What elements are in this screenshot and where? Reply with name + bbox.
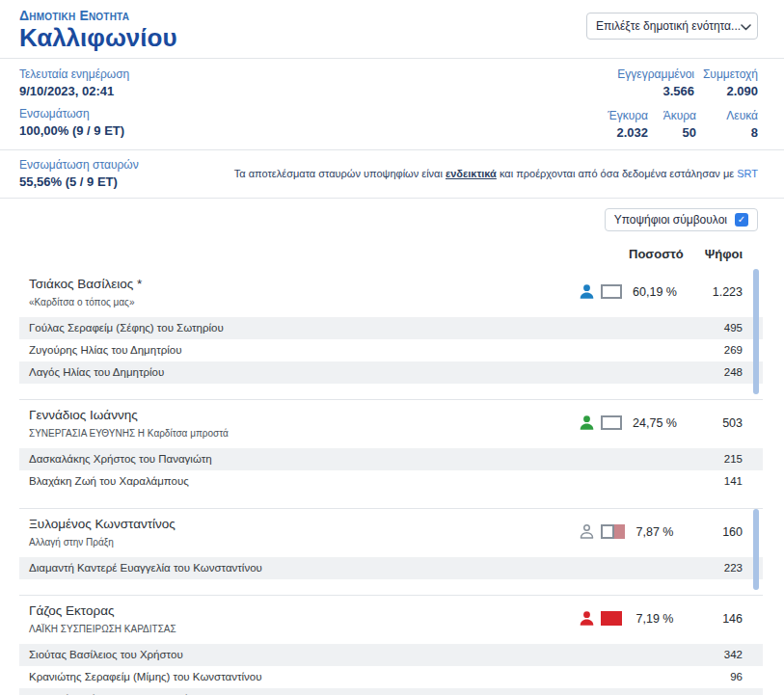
note-text: και προέρχονται από όσα δεδομένα εστάλησ… bbox=[497, 168, 737, 179]
councilors-toggle-button[interactable]: Υποψήφιοι σύμβουλοι ✓ bbox=[605, 208, 758, 231]
candidate-row[interactable]: Τσιάκος Βασίλειος *«Καρδίτσα ο τόπος μας… bbox=[19, 269, 763, 317]
councilor-row[interactable]: Λαγός Ηλίας του Δημητρίου248 bbox=[19, 361, 763, 384]
note-text: Τα αποτελέσματα σταυρών υποψηφίων είναι bbox=[234, 168, 446, 179]
councilor-row[interactable]: Διαμαντή Καντερέ Ευαγγελία του Κωνσταντί… bbox=[19, 557, 763, 579]
councilor-row[interactable]: Γρηγορίου Λάμπρος του Αποστόλου29 bbox=[19, 688, 763, 695]
candidate-icons bbox=[579, 523, 629, 540]
stat-registered: Εγγεγραμμένοι 3.566 bbox=[617, 67, 694, 98]
scrollbar[interactable] bbox=[753, 269, 759, 394]
disclaimer-note: Τα αποτελέσματα σταυρών υποψηφίων είναι … bbox=[234, 168, 758, 179]
stat-value: 8 bbox=[751, 125, 758, 140]
candidate-identity: Τσιάκος Βασίλειος *«Καρδίτσα ο τόπος μας… bbox=[29, 277, 579, 307]
candidate-row[interactable]: Ξυλομένος ΚωνσταντίνοςΑλλαγή στην Πράξη7… bbox=[19, 509, 763, 557]
candidate-party: Αλλαγή στην Πράξη bbox=[29, 537, 579, 548]
candidate-block: Γάζος ΕκτοραςΛΑΪΚΗ ΣΥΣΠΕΙΡΩΣΗ ΚΑΡΔΙΤΣΑΣ7… bbox=[19, 596, 763, 695]
stat-value: 2.032 bbox=[616, 125, 648, 140]
unit-select[interactable]: Επιλέξτε δημοτική ενότητα... bbox=[586, 13, 758, 40]
column-header-votes: Ψήφοι bbox=[681, 247, 743, 261]
stat-invalid: Άκυρα 50 bbox=[648, 109, 696, 140]
candidate-row[interactable]: Γάζος ΕκτοραςΛΑΪΚΗ ΣΥΣΠΕΙΡΩΣΗ ΚΑΡΔΙΤΣΑΣ7… bbox=[19, 596, 763, 644]
councilor-row[interactable]: Σιούτας Βασίλειος του Χρήστου342 bbox=[19, 644, 763, 666]
page-title: Καλλιφωνίου bbox=[19, 24, 177, 52]
candidate-votes: 1.223 bbox=[681, 285, 743, 299]
cross-integration-section: Ενσωμάτωση σταυρών 55,56% (5 / 9 ΕΤ) Τα … bbox=[0, 150, 784, 198]
stat-blank: Λευκά 8 bbox=[696, 109, 758, 140]
results-list: Τσιάκος Βασίλειος *«Καρδίτσα ο τόπος μας… bbox=[0, 269, 784, 695]
candidate-row[interactable]: Γεννάδιος ΙωάννηςΣΥΝΕΡΓΑΣΙΑ ΕΥΘΥΝΗΣ Η Κα… bbox=[19, 400, 763, 448]
stat-label: Ενσωμάτωση bbox=[19, 107, 129, 120]
councilor-row[interactable]: Κρανιώτης Σεραφείμ (Μίμης) του Κωνσταντί… bbox=[19, 666, 763, 688]
councilor-row[interactable]: Γούλας Σεραφείμ (Σέφης) του Σωτηρίου495 bbox=[19, 317, 763, 339]
councilor-votes: 269 bbox=[681, 344, 743, 356]
person-icon bbox=[579, 523, 595, 540]
candidate-block: Τσιάκος Βασίλειος *«Καρδίτσα ο τόπος μας… bbox=[19, 269, 763, 400]
stat-label: Συμμετοχή bbox=[703, 67, 758, 81]
stat-last-update: Τελευταία ενημέρωση 9/10/2023, 02:41 bbox=[19, 67, 129, 98]
candidate-identity: Γάζος ΕκτοραςΛΑΪΚΗ ΣΥΣΠΕΙΡΩΣΗ ΚΑΡΔΙΤΣΑΣ bbox=[29, 603, 579, 634]
stat-label: Ενσωμάτωση σταυρών bbox=[19, 158, 139, 172]
party-flag-icon bbox=[601, 284, 622, 299]
councilor-votes: 215 bbox=[681, 453, 743, 465]
stat-cross-integration: Ενσωμάτωση σταυρών 55,56% (5 / 9 ΕΤ) bbox=[19, 158, 139, 189]
councilor-name: Σιούτας Βασίλειος του Χρήστου bbox=[29, 649, 681, 660]
header: Δημοτική Ενότητα Καλλιφωνίου Επιλέξτε δη… bbox=[0, 0, 784, 58]
councilor-row[interactable]: Ζυγούρης Ηλίας του Δημητρίου269 bbox=[19, 339, 763, 361]
candidate-name: Ξυλομένος Κωνσταντίνος bbox=[29, 517, 579, 531]
person-icon bbox=[579, 414, 595, 431]
unit-type-label: Δημοτική Ενότητα bbox=[19, 8, 177, 23]
srt-link[interactable]: SRT bbox=[737, 168, 758, 179]
stats-left: Τελευταία ενημέρωση 9/10/2023, 02:41 Ενσ… bbox=[19, 67, 129, 140]
councilor-name: Δασκαλάκης Χρήστος του Παναγιώτη bbox=[29, 453, 681, 465]
councilor-row[interactable]: Βλαχάκη Ζωή του Χαραλάμπους141 bbox=[19, 470, 763, 493]
chevron-down-icon bbox=[741, 17, 751, 35]
scrollbar[interactable] bbox=[753, 509, 759, 590]
candidate-party: «Καρδίτσα ο τόπος μας» bbox=[29, 297, 579, 307]
candidate-party: ΣΥΝΕΡΓΑΣΙΑ ΕΥΘΥΝΗΣ Η Καρδίτσα μπροστά bbox=[29, 428, 579, 439]
councilor-name: Γούλας Σεραφείμ (Σέφης) του Σωτηρίου bbox=[29, 322, 681, 334]
candidate-votes: 160 bbox=[681, 525, 743, 539]
column-headers: Ποσοστό Ψήφοι bbox=[19, 247, 763, 261]
stat-label: Άκυρα bbox=[663, 109, 696, 122]
councilor-votes: 248 bbox=[681, 366, 743, 378]
title-block: Δημοτική Ενότητα Καλλιφωνίου bbox=[19, 8, 177, 52]
checkbox-checked-icon[interactable]: ✓ bbox=[735, 213, 748, 227]
stat-value: 2.090 bbox=[726, 84, 758, 98]
councilor-votes: 223 bbox=[681, 562, 743, 574]
candidate-name: Γάζος Εκτορας bbox=[29, 603, 579, 618]
party-flag-icon bbox=[601, 415, 622, 430]
councilor-votes: 342 bbox=[681, 649, 743, 660]
stat-value: 9/10/2023, 02:41 bbox=[19, 84, 129, 98]
controls-bar: Υποψήφιοι σύμβουλοι ✓ bbox=[0, 199, 784, 231]
councilor-row[interactable]: Δασκαλάκης Χρήστος του Παναγιώτη215 bbox=[19, 448, 763, 470]
stat-value: 3.566 bbox=[662, 84, 694, 98]
candidate-icons bbox=[579, 610, 629, 627]
stat-value: 50 bbox=[683, 125, 696, 140]
candidate-percent: 7,87 % bbox=[629, 525, 681, 539]
note-emphasis: ενδεικτικά bbox=[446, 168, 497, 179]
stats-row-ballots: Έγκυρα 2.032 Άκυρα 50 Λευκά 8 bbox=[608, 109, 758, 140]
candidate-name: Γεννάδιος Ιωάννης bbox=[29, 408, 579, 422]
councilor-name: Βλαχάκη Ζωή του Χαραλάμπους bbox=[29, 475, 681, 487]
stat-valid: Έγκυρα 2.032 bbox=[608, 109, 648, 140]
candidate-block: Γεννάδιος ΙωάννηςΣΥΝΕΡΓΑΣΙΑ ΕΥΘΥΝΗΣ Η Κα… bbox=[19, 400, 763, 509]
column-header-percent: Ποσοστό bbox=[629, 247, 681, 261]
candidate-block: Ξυλομένος ΚωνσταντίνοςΑλλαγή στην Πράξη7… bbox=[19, 509, 763, 596]
person-icon bbox=[579, 610, 595, 627]
page: Δημοτική Ενότητα Καλλιφωνίου Επιλέξτε δη… bbox=[0, 0, 784, 695]
stat-label: Εγγεγραμμένοι bbox=[617, 67, 694, 81]
unit-select-value: Επιλέξτε δημοτική ενότητα... bbox=[596, 19, 741, 33]
candidate-name: Τσιάκος Βασίλειος * bbox=[29, 277, 579, 291]
councilor-votes: 141 bbox=[681, 475, 743, 487]
stat-value: 100,00% (9 / 9 ΕΤ) bbox=[19, 123, 129, 138]
candidate-identity: Ξυλομένος ΚωνσταντίνοςΑλλαγή στην Πράξη bbox=[29, 517, 579, 548]
stats-right: Εγγεγραμμένοι 3.566 Συμμετοχή 2.090 Έγκυ… bbox=[608, 67, 758, 140]
stat-label: Έγκυρα bbox=[608, 109, 648, 122]
party-flag-icon bbox=[601, 611, 622, 626]
candidate-percent: 60,19 % bbox=[629, 285, 681, 299]
stat-turnout: Συμμετοχή 2.090 bbox=[694, 67, 758, 98]
councilor-name: Λαγός Ηλίας του Δημητρίου bbox=[29, 366, 681, 378]
councilor-name: Κρανιώτης Σεραφείμ (Μίμης) του Κωνσταντί… bbox=[29, 671, 681, 682]
councilor-votes: 96 bbox=[681, 671, 743, 682]
councilor-votes: 495 bbox=[681, 322, 743, 334]
stats-section: Τελευταία ενημέρωση 9/10/2023, 02:41 Ενσ… bbox=[0, 59, 784, 149]
